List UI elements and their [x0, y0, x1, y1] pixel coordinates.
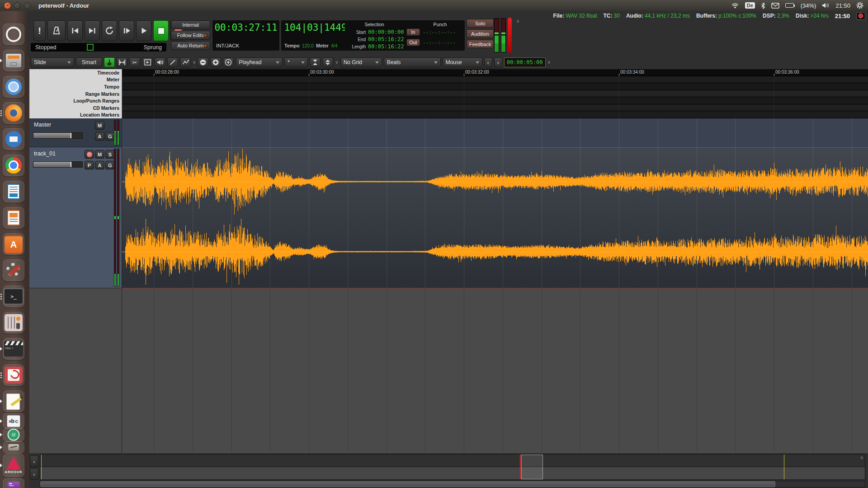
scrollbar-thumb[interactable]	[40, 481, 775, 487]
horizontal-scrollbar[interactable]	[40, 481, 865, 488]
session-summary[interactable]: ∧	[40, 454, 865, 480]
launcher-ardour[interactable]: ARDOUR	[3, 454, 24, 477]
punch-out-time[interactable]: --:--:--:--	[423, 40, 456, 46]
shrink-tracks-button[interactable]	[310, 57, 321, 67]
audition-button[interactable]: Audition	[467, 29, 494, 38]
launcher-chromium[interactable]	[3, 76, 24, 98]
goto-start-button[interactable]	[67, 20, 83, 41]
zoom-fit-button[interactable]	[223, 57, 234, 67]
zoom-focus-dropdown[interactable]: Playhead	[236, 57, 283, 67]
chevron-down-icon[interactable]: ∨	[547, 60, 551, 65]
zoom-in-button[interactable]	[210, 57, 221, 67]
nudge-back-button[interactable]: ‹	[484, 57, 492, 67]
launcher-media-app-purple[interactable]	[3, 478, 24, 488]
master-a-button[interactable]: A	[95, 132, 104, 141]
smart-mode-button[interactable]: Smart	[76, 57, 102, 67]
chevron-down-icon[interactable]: ∨	[516, 19, 519, 23]
auto-return-button[interactable]: Auto Return	[171, 41, 210, 50]
track-01-s-button[interactable]: S	[105, 150, 115, 159]
play-range-button[interactable]	[119, 20, 134, 41]
loop-button[interactable]	[102, 20, 117, 41]
launcher-chrome[interactable]	[3, 155, 24, 176]
edit-content-tool-button[interactable]	[180, 57, 191, 67]
play-button[interactable]	[136, 20, 151, 41]
launcher-thunderbird[interactable]	[3, 128, 24, 150]
ruler-label-cd-markers[interactable]: CD Markers	[29, 104, 122, 112]
launcher-file-manager[interactable]	[3, 50, 24, 71]
zoom-out-button[interactable]	[198, 57, 208, 67]
launcher-dash-home[interactable]	[3, 23, 24, 45]
ruler-area[interactable]: 00:03:28:00 00:03:30:00 00:03:32:00 00:0…	[122, 69, 868, 118]
track-01-p-button[interactable]: P	[85, 161, 94, 169]
battery-icon[interactable]	[785, 3, 795, 8]
sync-source-label[interactable]: INT/JACK	[216, 43, 239, 48]
summary-view-rectangle[interactable]	[521, 455, 543, 479]
grab-tool-button[interactable]	[104, 57, 115, 67]
ruler-label-location-markers[interactable]: Location Markers	[29, 111, 122, 118]
mail-icon[interactable]	[771, 3, 779, 9]
goto-end-button[interactable]	[85, 20, 100, 41]
draw-line-tool-button[interactable]	[167, 57, 178, 67]
track-name-label[interactable]: Master	[34, 122, 51, 128]
minimize-button[interactable]: –	[14, 2, 21, 9]
summary-scroll-right-button[interactable]: ›	[30, 468, 38, 480]
gain-fader[interactable]	[33, 161, 83, 168]
volume-icon[interactable]	[822, 2, 830, 9]
close-button[interactable]: ✕	[4, 2, 11, 9]
launcher-libreoffice-impress[interactable]	[3, 207, 24, 229]
meter-value[interactable]: 4/4	[331, 43, 338, 48]
track-01-g-button[interactable]: G	[105, 161, 115, 169]
primary-clock[interactable]: 00:03:27:11 INT/JACK	[212, 20, 279, 51]
ruler-row-cd-markers[interactable]	[122, 104, 868, 112]
stretch-tool-button[interactable]	[142, 57, 153, 67]
audition-tool-button[interactable]	[155, 57, 165, 67]
bluetooth-icon[interactable]	[761, 2, 765, 9]
metronome-button[interactable]	[47, 20, 66, 41]
cut-tool-button[interactable]: ✂	[129, 57, 140, 67]
internal-button[interactable]: Internal	[171, 20, 210, 29]
shuttle-control[interactable]: Stopped Sprung	[31, 43, 166, 52]
ruler-label-loop-punch-ranges[interactable]: Loop/Punch Ranges	[29, 97, 122, 104]
edit-point-dropdown[interactable]: Mouse	[443, 57, 482, 67]
launcher-text-editor[interactable]	[3, 390, 24, 412]
record-enable-button[interactable]	[85, 150, 94, 159]
launcher-document-viewer[interactable]	[3, 364, 24, 386]
ruler-row-location-markers[interactable]	[122, 111, 868, 118]
selection-length[interactable]: Length00:05:16:22	[345, 43, 404, 50]
ruler-label-meter[interactable]: Meter	[29, 76, 122, 84]
launcher-font-viewer[interactable]: abC	[3, 413, 24, 429]
launcher-system-settings[interactable]	[3, 259, 24, 281]
track-name-label[interactable]: track_01	[34, 150, 56, 157]
master-g-button[interactable]: G	[105, 132, 115, 141]
maximize-button[interactable]: □	[24, 2, 31, 9]
feedback-button[interactable]: Feedback	[467, 40, 494, 48]
master-m-button[interactable]: M	[95, 121, 104, 130]
gain-fader[interactable]	[33, 132, 83, 139]
track-01-m-button[interactable]: M	[95, 150, 104, 159]
expand-tracks-button[interactable]	[322, 57, 333, 67]
launcher-software-center[interactable]: A	[3, 233, 24, 255]
launcher-terminal[interactable]: >_	[3, 286, 24, 307]
chevron-up-icon[interactable]: ∧	[860, 455, 863, 460]
zoom-preset-dropdown[interactable]: *	[284, 57, 308, 67]
track-header-track-01[interactable]: track_01MSPAG	[29, 147, 122, 288]
solo-button[interactable]: Solo	[467, 19, 494, 28]
midi-panic-button[interactable]: !	[33, 20, 46, 41]
snap-mode-dropdown[interactable]: No Grid	[340, 57, 382, 67]
grid-unit-dropdown[interactable]: Beats	[384, 57, 441, 67]
launcher-libreoffice-writer[interactable]	[3, 181, 24, 202]
nudge-clock[interactable]: 00:00:05:00	[504, 57, 546, 67]
launcher-video-editor[interactable]: TPH ⒈	[3, 338, 24, 360]
track-header-master[interactable]: MasterMAG	[29, 118, 122, 147]
edit-mode-dropdown[interactable]: Slide	[31, 57, 74, 67]
ruler-row-loop-punch-ranges[interactable]	[122, 97, 868, 104]
secondary-clock[interactable]: 104|03|1449 Tempo 120,0 Meter 4/4	[281, 20, 350, 51]
stop-button[interactable]	[153, 20, 169, 41]
ruler-label-panel[interactable]: TimecodeMeterTempoRange MarkersLoop/Punc…	[29, 69, 122, 118]
ruler-label-tempo[interactable]: Tempo	[29, 83, 122, 90]
launcher-web-app-green[interactable]: @	[3, 427, 24, 442]
panel-clock[interactable]: 21:50	[835, 2, 850, 9]
launcher-firefox[interactable]	[3, 102, 24, 124]
chevron-down-icon[interactable]: ∨	[193, 60, 196, 65]
punch-in-time[interactable]: --:--:--:--	[423, 29, 456, 35]
